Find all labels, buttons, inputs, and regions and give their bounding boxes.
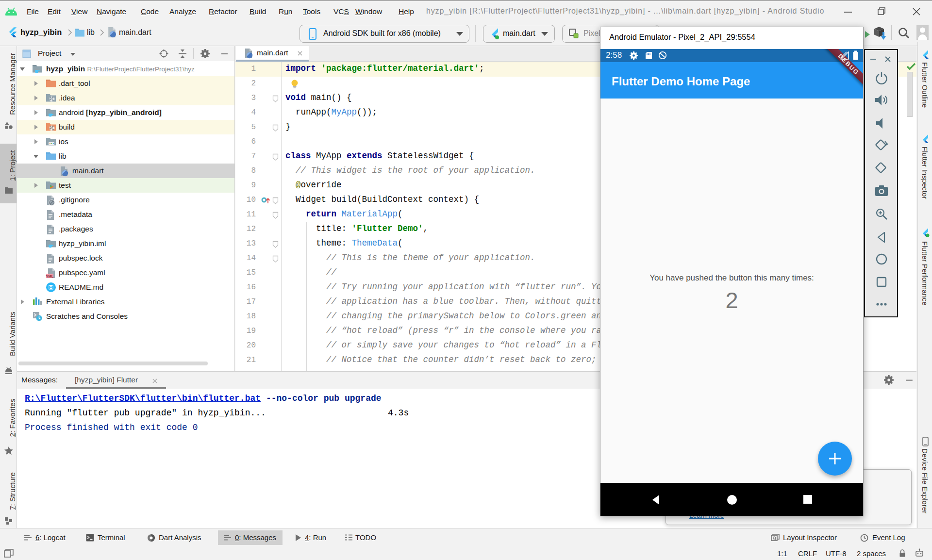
svg-text:YML: YML (46, 274, 54, 279)
